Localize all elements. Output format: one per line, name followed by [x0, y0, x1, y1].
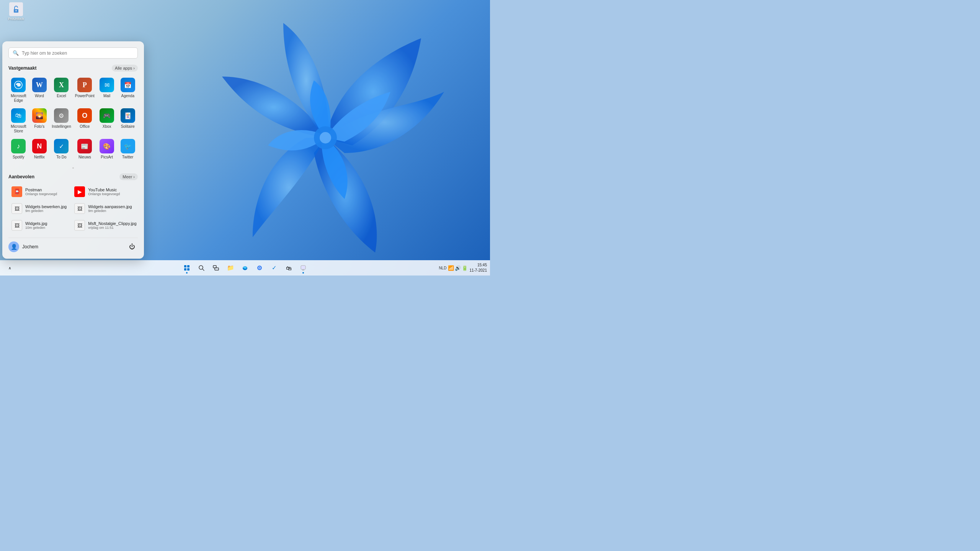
pinned-app-xbox[interactable]: 🎮Xbox [97, 106, 117, 136]
powerpoint-label: PowerPoint [75, 94, 95, 98]
office-icon: O [77, 108, 92, 123]
settings-label: Instellingen [52, 124, 71, 129]
twitter-icon: 🐦 [121, 139, 135, 153]
pinned-app-word[interactable]: WWord [29, 75, 50, 105]
news-icon: 📰 [77, 139, 92, 153]
svg-rect-19 [302, 270, 304, 271]
svg-rect-18 [301, 266, 305, 269]
pinned-apps-grid: Microsoft EdgeWWordXExcelPPowerPoint✉Mai… [8, 75, 138, 162]
calendar-icon: 📅 [121, 78, 135, 92]
todo-label: To Do [56, 155, 66, 160]
prounlock-icon [9, 2, 23, 16]
svg-line-11 [203, 269, 204, 271]
taskbar-icon-search[interactable] [195, 261, 208, 274]
all-apps-button[interactable]: Alle apps › [112, 65, 138, 72]
twitter-label: Twitter [122, 155, 133, 160]
user-icon: 👤 [11, 244, 17, 250]
msft-clippy-name: Msft_Nostalgie_Clippy.jpg [88, 221, 136, 226]
tray-chevron[interactable]: ∧ [3, 261, 16, 274]
pinned-app-powerpoint[interactable]: PPowerPoint [74, 75, 96, 105]
pinned-app-solitaire[interactable]: 🃏Solitaire [118, 106, 138, 136]
pinned-app-twitter[interactable]: 🐦Twitter [118, 137, 138, 162]
clock[interactable]: 15:45 11-7-2021 [469, 262, 487, 273]
widgets-info: Widgets.jpg10m geleden [25, 221, 47, 230]
date-display: 11-7-2021 [469, 268, 487, 273]
spotify-label: Spotify [13, 155, 24, 160]
rec-item-postman[interactable]: 📮PostmanOnlangs toegevoegd [8, 184, 70, 199]
photos-label: Foto's [34, 124, 44, 129]
rec-item-widgets-aanpassen[interactable]: 🖼Widgets aanpassen.jpg9m geleden [71, 201, 139, 216]
language-indicator[interactable]: NLD [438, 266, 447, 270]
wifi-icon[interactable]: 📶 [448, 265, 454, 271]
page-divider [72, 167, 74, 169]
svg-point-1 [320, 132, 331, 143]
rec-item-msft-clippy[interactable]: 🖼Msft_Nostalgie_Clippy.jpgvrijdag om 11:… [71, 218, 139, 233]
taskbar-icon-start[interactable] [180, 261, 193, 274]
rec-item-widgets-bewerken[interactable]: 🖼Widgets bewerken.jpg9m geleden [8, 201, 70, 216]
pinned-app-news[interactable]: 📰Nieuws [74, 137, 96, 162]
pinned-app-settings[interactable]: ⚙Instellingen [50, 106, 73, 136]
pinned-app-edge[interactable]: Microsoft Edge [8, 75, 29, 105]
user-info[interactable]: 👤 Jochem [8, 241, 38, 252]
pinned-app-spotify[interactable]: ♪Spotify [8, 137, 29, 162]
msft-clippy-sub: vrijdag om 11:51 [88, 226, 136, 230]
start-footer: 👤 Jochem ⏻ [8, 238, 138, 253]
pinned-app-office[interactable]: OOffice [74, 106, 96, 136]
picsart-label: PicsArt [101, 155, 113, 160]
taskbar-right: NLD 📶 🔊 🔋 15:45 11-7-2021 [438, 262, 487, 273]
taskbar-icon-store2[interactable]: 🛍 [282, 261, 295, 274]
taskbar-icon-explorer[interactable]: 📁 [224, 261, 237, 274]
solitaire-label: Solitaire [121, 124, 135, 129]
pinned-app-excel[interactable]: XExcel [50, 75, 73, 105]
power-button[interactable]: ⏻ [126, 241, 138, 253]
pinned-app-photos[interactable]: 🌄Foto's [29, 106, 50, 136]
rec-item-youtube-music[interactable]: ▶YouTube MusicOnlangs toegevoegd [71, 184, 139, 199]
widgets-bewerken-rec-icon: 🖼 [11, 203, 22, 214]
taskbar: ∧ 📁✓🛍 NLD 📶 🔊 🔋 15:45 11-7-2021 [0, 260, 490, 276]
user-name: Jochem [22, 244, 38, 249]
recommended-section-header: Aanbevolen Meer › [8, 173, 138, 180]
widgets-bewerken-sub: 9m geleden [25, 209, 67, 213]
postman-name: Postman [25, 187, 57, 192]
pinned-app-calendar[interactable]: 📅Agenda [118, 75, 138, 105]
taskbar-icon-todo2[interactable]: ✓ [268, 261, 281, 274]
pinned-app-picsart[interactable]: 🎨PicsArt [97, 137, 117, 162]
user-avatar: 👤 [8, 241, 19, 252]
pinned-app-mail[interactable]: ✉Mail [97, 75, 117, 105]
postman-info: PostmanOnlangs toegevoegd [25, 187, 57, 196]
taskbar-icon-active[interactable] [297, 261, 310, 274]
taskbar-icon-taskview[interactable] [209, 261, 222, 274]
calendar-label: Agenda [121, 94, 134, 98]
netflix-icon: N [32, 139, 47, 153]
mail-label: Mail [103, 94, 110, 98]
search-bar[interactable]: 🔍 [8, 47, 138, 59]
widgets-aanpassen-info: Widgets aanpassen.jpg9m geleden [88, 204, 132, 213]
store-label: Microsoft Store [10, 124, 27, 134]
start-menu: 🔍 Vastgemaakt Alle apps › Microsoft Edge… [2, 41, 144, 259]
battery-icon[interactable]: 🔋 [462, 265, 468, 271]
taskbar-icon-chrome[interactable] [253, 261, 266, 274]
more-button[interactable]: Meer › [119, 173, 138, 180]
widgets-bewerken-name: Widgets bewerken.jpg [25, 204, 67, 209]
widgets-aanpassen-name: Widgets aanpassen.jpg [88, 204, 132, 209]
widgets-sub: 10m geleden [25, 226, 47, 230]
pinned-app-netflix[interactable]: NNetflix [29, 137, 50, 162]
youtube-music-info: YouTube MusicOnlangs toegevoegd [88, 187, 120, 196]
sound-icon[interactable]: 🔊 [455, 265, 461, 271]
rec-item-widgets[interactable]: 🖼Widgets.jpg10m geleden [8, 218, 70, 233]
powerpoint-icon: P [77, 78, 92, 92]
recommended-title: Aanbevolen [8, 174, 34, 179]
pinned-app-todo[interactable]: ✓To Do [50, 137, 73, 162]
svg-rect-8 [184, 268, 186, 271]
word-label: Word [35, 94, 44, 98]
postman-sub: Onlangs toegevoegd [25, 192, 57, 196]
desktop-icon-prounlock[interactable]: ProUnlock [2, 2, 30, 21]
pinned-app-store[interactable]: 🛍Microsoft Store [8, 106, 29, 136]
taskbar-icon-edge[interactable] [238, 261, 252, 274]
search-input[interactable] [22, 51, 134, 56]
widgets-name: Widgets.jpg [25, 221, 47, 226]
msft-clippy-rec-icon: 🖼 [74, 220, 85, 231]
active-active-dot [302, 272, 304, 274]
svg-rect-6 [184, 265, 186, 267]
photos-icon: 🌄 [32, 108, 47, 123]
